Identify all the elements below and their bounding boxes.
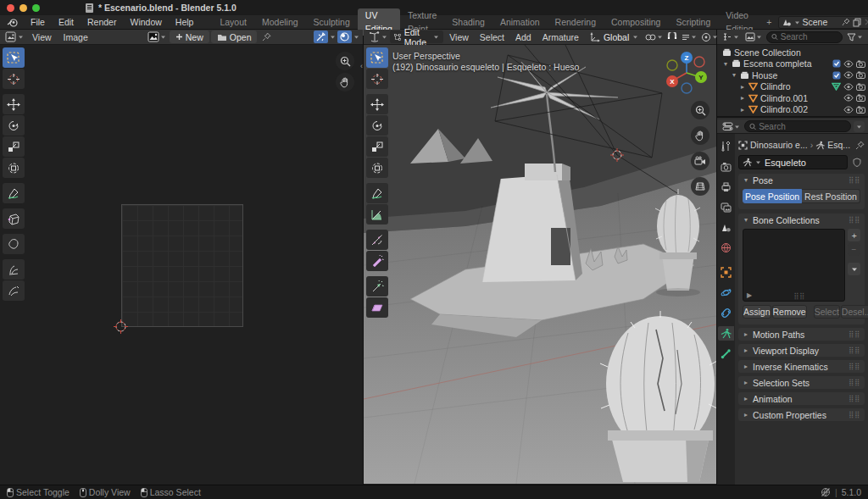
tab-world[interactable] — [718, 241, 734, 255]
vp-extrude-cursor-tool[interactable] — [366, 276, 388, 297]
vp-menu-armature[interactable]: Armature — [537, 32, 584, 42]
relax-tool[interactable] — [3, 259, 25, 280]
menu-help[interactable]: Help — [169, 15, 201, 29]
vp-annotate-tool[interactable] — [366, 183, 388, 203]
hide-eye-icon[interactable] — [843, 71, 854, 79]
vp-measure-tool[interactable] — [366, 204, 388, 225]
uv-gizmos-toggle[interactable] — [314, 30, 328, 43]
bone-collections-header[interactable]: ▾ Bone Collections ⣿⣿ — [738, 213, 865, 226]
uv-overlays-dropdown[interactable] — [353, 34, 359, 40]
uv-zoom-button[interactable] — [336, 52, 354, 70]
vp-zoom-button[interactable] — [691, 101, 709, 119]
vp-rotate-tool[interactable] — [366, 115, 388, 136]
disable-render-icon[interactable] — [856, 106, 865, 114]
hide-eye-icon[interactable] — [843, 83, 854, 91]
vp-menu-add[interactable]: Add — [510, 32, 537, 42]
pose-position-button[interactable]: Pose Position — [743, 189, 802, 203]
list-resize-grip[interactable]: ⣿⣿ — [794, 292, 806, 300]
remove-bone-collection-button[interactable]: − — [848, 243, 860, 256]
uv-menu-view[interactable]: View — [27, 32, 57, 42]
tab-shading[interactable]: Shading — [444, 15, 492, 29]
tab-view-layer[interactable] — [718, 200, 734, 214]
bone-collections-specials-button[interactable] — [848, 263, 860, 275]
vp-menu-select[interactable]: Select — [475, 32, 509, 42]
armature-name-field[interactable]: Esqueleto — [738, 155, 848, 169]
hide-eye-icon[interactable] — [843, 106, 854, 114]
annotate-tool[interactable] — [3, 183, 25, 203]
menu-render[interactable]: Render — [81, 15, 123, 29]
tab-modeling[interactable]: Modeling — [254, 15, 306, 29]
rest-position-button[interactable]: Rest Position — [802, 189, 860, 203]
outliner-search[interactable] — [766, 31, 843, 43]
selection-sets-panel[interactable]: ▸Selection Sets⣿⣿ — [738, 376, 865, 389]
snap-toggle[interactable] — [665, 31, 679, 43]
tab-constraints[interactable] — [718, 306, 734, 320]
transform-orientation-selector[interactable]: Global — [586, 30, 643, 43]
viewport-scene[interactable] — [364, 45, 716, 484]
viewport-canvas[interactable]: User Perspective (192) Dinosaurio esquel… — [364, 45, 716, 484]
tab-sculpting[interactable]: Sculpting — [306, 15, 358, 29]
disable-render-icon[interactable] — [856, 94, 865, 102]
collapse-icon[interactable]: ▸ — [739, 106, 746, 114]
outliner-filter-dropdown[interactable] — [845, 32, 865, 42]
vp-tweak-select-tool[interactable] — [366, 47, 388, 68]
breadcrumb-data[interactable]: Esq... — [827, 140, 850, 150]
tab-data-armature[interactable] — [718, 326, 734, 341]
select-button[interactable]: Select — [814, 305, 840, 319]
rip-region-tool[interactable] — [3, 208, 25, 229]
transform-tool[interactable] — [3, 158, 25, 178]
vp-move-tool[interactable] — [366, 94, 388, 114]
row-house[interactable]: ▾ House — [717, 69, 868, 81]
tab-rendering[interactable]: Rendering — [548, 15, 604, 29]
blender-logo-icon[interactable] — [7, 17, 19, 27]
new-scene-icon[interactable] — [853, 18, 862, 27]
uv-canvas[interactable]: ‹ — [0, 45, 363, 484]
uv-pan-button[interactable] — [336, 73, 354, 91]
menu-edit[interactable]: Edit — [52, 15, 81, 29]
panel-grip[interactable]: ⣿⣿ — [849, 395, 860, 402]
properties-search[interactable] — [744, 120, 851, 132]
scale-tool[interactable] — [3, 136, 25, 157]
editor-type-dropdown-3d[interactable] — [367, 30, 389, 43]
tab-tool[interactable] — [718, 139, 734, 153]
vp-cursor-tool[interactable] — [366, 69, 388, 89]
breadcrumb-object[interactable]: Dinosaurio e... — [750, 140, 808, 150]
properties-search-input[interactable] — [759, 122, 846, 131]
hide-eye-icon[interactable] — [843, 94, 854, 102]
tab-output[interactable] — [718, 180, 734, 194]
maximize-window-button[interactable] — [32, 4, 40, 12]
tab-physics[interactable] — [718, 286, 734, 300]
properties-type-dropdown[interactable] — [721, 121, 742, 132]
vp-bone-extrude-tool[interactable] — [366, 251, 388, 271]
vp-shear-tool[interactable] — [366, 297, 388, 318]
add-bone-collection-button[interactable]: ＋ — [848, 229, 860, 241]
row-escena-completa[interactable]: ▾ Escena completa — [717, 58, 868, 70]
outliner-display-dropdown[interactable] — [743, 31, 764, 42]
hide-eye-icon[interactable] — [843, 60, 854, 68]
tab-bone[interactable] — [718, 347, 734, 361]
menu-file[interactable]: File — [24, 15, 52, 29]
panel-grip[interactable]: ⣿⣿ — [849, 176, 860, 184]
pin-image-icon[interactable] — [262, 32, 271, 42]
outliner-search-input[interactable] — [781, 32, 837, 42]
tab-layout[interactable]: Layout — [212, 15, 254, 29]
disable-render-icon[interactable] — [856, 60, 865, 68]
properties-options-dropdown[interactable] — [854, 121, 865, 132]
uv-2d-cursor[interactable] — [114, 319, 128, 334]
collapse-icon[interactable]: ▸ — [739, 94, 746, 102]
grab-tool[interactable] — [3, 234, 25, 254]
custom-properties-panel[interactable]: ▸Custom Properties⣿⣿ — [738, 408, 865, 421]
assign-button[interactable]: Assign — [743, 305, 771, 319]
vp-ortho-toggle-button[interactable] — [691, 177, 709, 196]
tab-scripting[interactable]: Scripting — [668, 15, 718, 29]
animation-panel[interactable]: ▸Animation⣿⣿ — [738, 392, 865, 405]
motion-paths-panel[interactable]: ▸Motion Paths⣿⣿ — [738, 328, 865, 341]
disable-render-icon[interactable] — [856, 83, 865, 91]
uv-overlays-toggle[interactable] — [337, 30, 352, 43]
new-image-button[interactable]: New — [170, 30, 209, 43]
uv-menu-image[interactable]: Image — [58, 32, 93, 42]
fake-user-shield-button[interactable] — [849, 155, 865, 169]
tab-render[interactable] — [718, 159, 734, 174]
open-image-button[interactable]: Open — [211, 30, 258, 43]
uv-image-bounds[interactable] — [121, 204, 243, 327]
